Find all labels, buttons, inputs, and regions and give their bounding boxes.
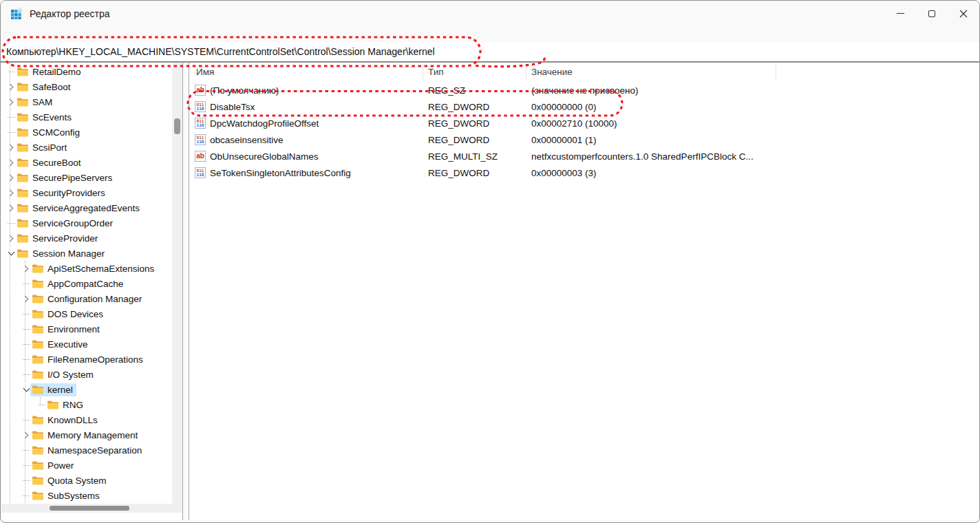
column-header-value[interactable]: Значение bbox=[531, 67, 573, 77]
tree-item[interactable]: SCMConfig bbox=[1, 125, 172, 140]
tree-item[interactable]: Power bbox=[1, 458, 172, 473]
registry-value-row[interactable]: ab 011 110 SeTokenSingletonAttributesCon… bbox=[189, 164, 979, 181]
tree-item[interactable]: I/O System bbox=[1, 367, 172, 382]
tree-item[interactable]: AppCompatCache bbox=[1, 276, 172, 291]
tree-node: Quota System bbox=[30, 474, 110, 487]
tree-item[interactable]: NamespaceSeparation bbox=[1, 442, 172, 458]
tree-item[interactable]: Configuration Manager bbox=[1, 291, 172, 306]
folder-icon bbox=[17, 82, 29, 92]
value-type-icon: ab 011 110 bbox=[195, 134, 206, 145]
value-type-icon: ab 011 110 bbox=[195, 101, 206, 112]
tree-item[interactable]: FileRenameOperations bbox=[1, 352, 172, 367]
registry-editor-icon bbox=[10, 8, 23, 20]
maximize-icon bbox=[928, 10, 935, 17]
list-header: Имя Тип Значение bbox=[189, 63, 979, 81]
tree-node: Configuration Manager bbox=[30, 292, 145, 306]
value-data: netfxcustomperfcounters.1.0 SharedPerfIP… bbox=[526, 151, 979, 162]
menu-item[interactable] bbox=[47, 33, 63, 36]
folder-icon bbox=[32, 445, 44, 455]
tree-item[interactable]: ServiceAggregatedEvents bbox=[1, 200, 172, 215]
values-rows: ab 011 110 (По умолчанию) REG_SZ (значен… bbox=[189, 82, 979, 181]
tree-item[interactable]: Session Manager bbox=[1, 246, 172, 261]
values-list-panel: Имя Тип Значение ab 011 110 bbox=[189, 63, 979, 520]
tree-item[interactable]: Quota System bbox=[1, 473, 172, 488]
column-header-name[interactable]: Имя bbox=[196, 67, 214, 77]
tree-item-label: SAM bbox=[32, 97, 52, 107]
content-area: RetailDemo SafeBoot bbox=[1, 63, 979, 522]
close-button[interactable] bbox=[948, 1, 979, 26]
minimize-button[interactable] bbox=[884, 1, 916, 26]
value-data: (значение не присвоено) bbox=[526, 85, 979, 96]
tree-item-label: ApiSetSchemaExtensions bbox=[47, 264, 154, 274]
registry-value-row[interactable]: ab 011 110 (По умолчанию) REG_SZ (значен… bbox=[189, 82, 979, 98]
tree-item[interactable]: ApiSetSchemaExtensions bbox=[1, 261, 172, 276]
title-bar: Редактор реестра bbox=[1, 1, 979, 26]
folder-icon bbox=[17, 127, 29, 137]
tree-node: SubSystems bbox=[30, 489, 103, 502]
column-divider[interactable] bbox=[423, 64, 423, 80]
tree-item[interactable]: SecurityProviders bbox=[1, 185, 172, 200]
column-header-type[interactable]: Тип bbox=[428, 67, 444, 77]
tree-item[interactable]: SafeBoot bbox=[1, 79, 172, 94]
tree-item[interactable]: RetailDemo bbox=[1, 64, 172, 79]
tree-item[interactable]: KnownDLLs bbox=[1, 412, 172, 427]
tree-item[interactable]: ServiceProvider bbox=[1, 231, 172, 246]
folder-icon bbox=[17, 188, 29, 198]
tree-item-label: RetailDemo bbox=[32, 67, 81, 77]
dword-icon-glyph-bottom: 110 bbox=[197, 107, 204, 111]
folder-icon bbox=[17, 142, 29, 152]
tree-node: ScEvents bbox=[15, 111, 75, 124]
address-bar[interactable]: Компьютер\HKEY_LOCAL_MACHINE\SYSTEM\Curr… bbox=[1, 42, 979, 61]
tree-item[interactable]: ScEvents bbox=[1, 109, 172, 125]
tree-item-label: RNG bbox=[63, 400, 83, 410]
value-name-cell: ab 011 110 (По умолчанию) bbox=[189, 85, 423, 96]
tree-item[interactable]: SAM bbox=[1, 94, 172, 109]
tree-item[interactable]: kernel bbox=[1, 382, 172, 397]
tree-horizontal-scrollbar[interactable] bbox=[1, 504, 183, 513]
tree-item[interactable]: DOS Devices bbox=[1, 306, 172, 321]
value-type-icon: ab 011 110 bbox=[195, 118, 206, 129]
tree-item[interactable]: Executive bbox=[1, 337, 172, 352]
tree-item[interactable]: RNG bbox=[1, 397, 172, 412]
horizontal-scrollbar-thumb[interactable] bbox=[50, 506, 129, 511]
tree-item[interactable]: Environment bbox=[1, 321, 172, 337]
tree-item-label: SubSystems bbox=[47, 491, 100, 501]
tree-item[interactable]: ServiceGroupOrder bbox=[1, 215, 172, 231]
registry-value-row[interactable]: ab 011 110 ObUnsecureGlobalNames REG_MUL… bbox=[189, 148, 979, 164]
column-divider[interactable] bbox=[776, 64, 776, 80]
folder-icon bbox=[32, 309, 44, 319]
folder-icon bbox=[32, 294, 44, 303]
tree-node: Memory Management bbox=[30, 429, 141, 442]
tree-item-label: Configuration Manager bbox=[47, 294, 142, 304]
registry-value-row[interactable]: ab 011 110 DpcWatchdogProfileOffset REG_… bbox=[189, 115, 979, 131]
tree-item[interactable]: SecureBoot bbox=[1, 155, 172, 170]
tree-vertical-scrollbar[interactable] bbox=[172, 63, 182, 511]
tree-item-label: Session Manager bbox=[32, 248, 105, 259]
folder-icon bbox=[32, 354, 44, 364]
vertical-scrollbar-thumb[interactable] bbox=[174, 118, 180, 134]
tree-item-label: ServiceGroupOrder bbox=[32, 218, 113, 228]
registry-tree-panel: RetailDemo SafeBoot bbox=[1, 63, 183, 520]
value-data: 0x00002710 (10000) bbox=[526, 118, 979, 129]
registry-value-row[interactable]: ab 011 110 DisableTsx REG_DWORD 0x000000… bbox=[189, 98, 979, 115]
column-divider[interactable] bbox=[526, 64, 526, 80]
tree-item[interactable]: Memory Management bbox=[1, 427, 172, 442]
window-title: Редактор реестра bbox=[30, 8, 110, 19]
tree-item[interactable]: SecurePipeServers bbox=[1, 170, 172, 185]
tree-item-label: DOS Devices bbox=[47, 309, 103, 319]
tree-item[interactable]: SubSystems bbox=[1, 488, 172, 503]
menu-item[interactable] bbox=[17, 33, 32, 36]
tree-item-label: NamespaceSeparation bbox=[47, 445, 142, 456]
registry-value-row[interactable]: ab 011 110 obcaseinsensitive REG_DWORD 0… bbox=[189, 131, 979, 148]
menu-bar bbox=[1, 26, 979, 42]
menu-item[interactable] bbox=[63, 33, 78, 36]
menu-item[interactable] bbox=[2, 33, 17, 36]
maximize-button[interactable] bbox=[916, 1, 948, 26]
value-name-cell: ab 011 110 ObUnsecureGlobalNames bbox=[189, 151, 423, 162]
folder-icon bbox=[17, 158, 29, 167]
value-name: SeTokenSingletonAttributesConfig bbox=[210, 168, 351, 178]
menu-item[interactable] bbox=[32, 33, 47, 36]
tree-node: ServiceGroupOrder bbox=[15, 217, 116, 230]
registry-editor-window: Редактор реестра Компьютер\HKEY_LOCAL_MA… bbox=[0, 0, 980, 523]
tree-item[interactable]: ScsiPort bbox=[1, 140, 172, 155]
